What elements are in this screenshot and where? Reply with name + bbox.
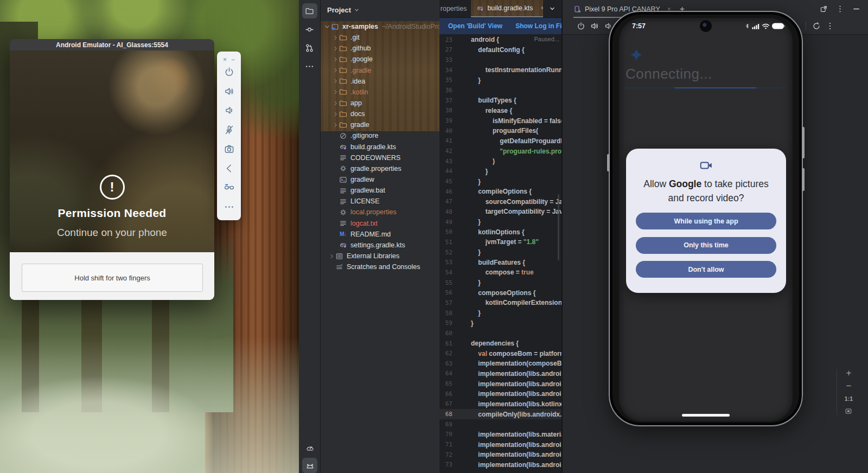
glasses-icon[interactable] xyxy=(224,182,234,193)
code-line-23[interactable]: 23android {Paused... xyxy=(439,35,561,45)
tree-item-logcat-txt[interactable]: logcat.txt xyxy=(321,218,439,229)
code-line-36[interactable]: 36 xyxy=(439,85,561,95)
tree-item--github[interactable]: .github xyxy=(321,43,439,54)
code-line-40[interactable]: 40 proguardFiles( xyxy=(439,126,561,136)
code-line-61[interactable]: 61dependencies { xyxy=(439,338,561,349)
code-line-73[interactable]: 73 implementation(libs.androidx.c xyxy=(439,460,561,470)
chevron-right-icon[interactable] xyxy=(332,122,339,128)
tool-strip-more-h[interactable] xyxy=(302,59,317,74)
code-line-63[interactable]: 63 implementation(composeBom) xyxy=(439,359,561,369)
more-v-icon[interactable] xyxy=(836,5,844,13)
open-in-window-icon[interactable] xyxy=(820,5,828,13)
permission-button-don-t-allow[interactable]: Don't allow xyxy=(636,261,776,278)
phone-screen[interactable]: 7:57 Connecting... Allow Google to take … xyxy=(619,18,793,421)
code-line-55[interactable]: 55 } xyxy=(439,278,561,288)
code-line-70[interactable]: 70 implementation(libs.material xyxy=(439,430,561,440)
code-line-54[interactable]: 54 compose = true xyxy=(439,267,561,278)
show-log-in-finder-link[interactable]: Show Log in Finder xyxy=(515,22,561,30)
tree-item-docs[interactable]: docs xyxy=(321,108,439,119)
code-line-60[interactable]: 60 xyxy=(439,328,561,338)
code-line-58[interactable]: 58 } xyxy=(439,308,561,318)
code-line-49[interactable]: 49 } xyxy=(439,217,561,227)
code-line-39[interactable]: 39 isMinifyEnabled = false xyxy=(439,116,561,126)
chevron-right-icon[interactable] xyxy=(328,253,335,259)
code-line-42[interactable]: 42 "proguard-rules.pro" xyxy=(439,146,561,156)
tool-strip-commit[interactable] xyxy=(302,22,317,37)
camera-icon[interactable] xyxy=(224,144,234,154)
actual-size-button[interactable]: 1:1 xyxy=(845,395,853,402)
code-line-52[interactable]: 52 } xyxy=(439,247,561,258)
code-line-66[interactable]: 66 implementation(libs.androidx.u xyxy=(439,389,561,399)
code-line-59[interactable]: 59} xyxy=(439,318,561,328)
code-line-72[interactable]: 72 implementation(libs.androidx.m xyxy=(439,450,561,460)
tree-item-local-properties[interactable]: local.properties xyxy=(321,207,439,218)
code-line-69[interactable]: 69 xyxy=(439,419,561,430)
tree-item-gradle[interactable]: gradle xyxy=(321,119,439,130)
chevron-right-icon[interactable] xyxy=(332,67,339,73)
tree-item-scratches-and-consoles[interactable]: Scratches and Consoles xyxy=(321,261,439,272)
code-line-48[interactable]: 48 targetCompatibility = JavaV xyxy=(439,207,561,217)
tool-strip-logcat[interactable] xyxy=(302,458,317,473)
reset-icon[interactable] xyxy=(812,22,821,30)
code-line-33[interactable]: 33 xyxy=(439,55,561,65)
volume-down-icon[interactable] xyxy=(224,105,234,116)
chevron-down-icon[interactable] xyxy=(354,8,359,12)
code-line-62[interactable]: 62 val composeBom = platform(li xyxy=(439,348,561,359)
permission-button-while-using-the-app[interactable]: While using the app xyxy=(636,213,776,229)
emulator-screen[interactable]: ! Permission Needed Continue on your pho… xyxy=(10,50,214,252)
emulator-close-button[interactable]: × xyxy=(223,56,227,63)
back-icon[interactable] xyxy=(224,163,234,174)
chevron-right-icon[interactable] xyxy=(332,46,339,52)
tree-item--gitignore[interactable]: .gitignore xyxy=(321,130,439,141)
tab-build-gradle-kts[interactable]: build.gradle.kts × xyxy=(471,0,543,17)
code-line-27[interactable]: 27 defaultConfig { xyxy=(439,45,561,55)
open-build-view-link[interactable]: Open 'Build' View xyxy=(448,22,502,30)
code-line-53[interactable]: 53 buildFeatures { xyxy=(439,257,561,267)
tree-item-gradle-properties[interactable]: gradle.properties xyxy=(321,163,439,174)
tab-gradle-properties[interactable]: roperties xyxy=(439,0,471,17)
tree-item-readme-md[interactable]: M↓README.md xyxy=(321,229,439,240)
tree-root-xr-samples[interactable]: xr-samples~/AndroidStudioProj xyxy=(321,21,439,32)
fit-to-window-icon[interactable] xyxy=(845,407,852,415)
chevron-right-icon[interactable] xyxy=(332,100,339,106)
more-v-icon[interactable] xyxy=(826,22,834,30)
code-line-44[interactable]: 44 } xyxy=(439,167,561,177)
volume-up-icon[interactable] xyxy=(590,22,599,30)
editor-scrollbar[interactable] xyxy=(558,194,559,260)
tree-item-build-gradle-kts[interactable]: build.gradle.kts xyxy=(321,142,439,152)
tree-item-settings-gradle-kts[interactable]: settings.gradle.kts xyxy=(321,240,439,251)
tree-item--kotlin[interactable]: .kotlin xyxy=(321,87,439,98)
code-line-45[interactable]: 45 } xyxy=(439,176,561,187)
chevron-right-icon[interactable] xyxy=(332,89,339,95)
code-line-50[interactable]: 50 kotlinOptions { xyxy=(439,227,561,237)
tree-item--google[interactable]: .google xyxy=(321,54,439,65)
code-line-57[interactable]: 57 kotlinCompilerExtensionVer xyxy=(439,298,561,308)
emulator-window-title[interactable]: Android Emulator - AI_Glasses:5554 xyxy=(10,39,214,50)
tool-strip-profiler[interactable] xyxy=(302,439,317,455)
tree-item-codeowners[interactable]: CODEOWNERS xyxy=(321,152,439,163)
code-line-65[interactable]: 65 implementation(libs.androidx.u xyxy=(439,379,561,389)
code-line-37[interactable]: 37 buildTypes { xyxy=(439,95,561,106)
tree-item--idea[interactable]: .idea xyxy=(321,76,439,87)
code-line-41[interactable]: 41 getDefaultProguardFi xyxy=(439,136,561,146)
chevron-right-icon[interactable] xyxy=(332,35,339,41)
more-h-icon[interactable] xyxy=(224,202,234,212)
tree-item-license[interactable]: LICENSE xyxy=(321,196,439,207)
home-indicator[interactable] xyxy=(682,414,730,417)
permission-button-only-this-time[interactable]: Only this time xyxy=(636,237,776,254)
mic-off-icon[interactable] xyxy=(224,125,234,135)
chevron-right-icon[interactable] xyxy=(332,78,339,84)
zoom-in-button[interactable]: + xyxy=(846,369,851,377)
code-line-56[interactable]: 56 composeOptions { xyxy=(439,287,561,298)
tab-list-chevron-icon[interactable] xyxy=(543,0,561,17)
code-line-35[interactable]: 35 } xyxy=(439,75,561,86)
code-line-51[interactable]: 51 jvmTarget = "1.8" xyxy=(439,237,561,247)
chevron-right-icon[interactable] xyxy=(332,56,339,62)
code-line-38[interactable]: 38 release { xyxy=(439,106,561,116)
code-line-71[interactable]: 71 implementation(libs.androidx.n xyxy=(439,439,561,450)
code-line-47[interactable]: 47 sourceCompatibility = JavaV xyxy=(439,197,561,207)
volume-up-icon[interactable] xyxy=(224,86,234,97)
zoom-out-button[interactable]: − xyxy=(846,382,851,390)
tool-strip-project-folder[interactable] xyxy=(302,3,317,18)
tree-item--gradle[interactable]: .gradle xyxy=(321,65,439,76)
